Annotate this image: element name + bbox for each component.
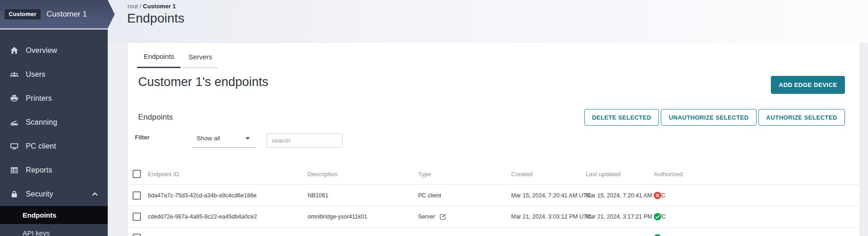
add-edge-device-button[interactable]: ADD EDGE DEVICE <box>771 76 845 94</box>
sidebar-item-endpoints[interactable]: Endpoints <box>0 206 108 224</box>
tab-bar: Endpoints Servers <box>137 43 218 68</box>
row-checkbox[interactable] <box>133 234 141 236</box>
customer-banner: Customer Customer 1 <box>0 0 115 29</box>
sidebar-item-api-keys[interactable]: API keys <box>0 224 108 236</box>
row-checkbox[interactable] <box>133 191 141 200</box>
caret-down-icon <box>245 137 250 140</box>
sidebar-item-label: Overview <box>26 46 57 55</box>
sidebar-item-label: Scanning <box>26 118 57 127</box>
type-cell: PC client <box>418 185 441 206</box>
type-cell: Server <box>418 206 447 227</box>
type-text: Server <box>418 213 435 220</box>
created-cell: Mar 21, 2024, 3:03:12 PM UTC <box>511 206 591 227</box>
unauthorize-selected-button[interactable]: UNAUTHORIZE SELECTED <box>661 109 757 126</box>
sidebar-item-label: Security <box>26 190 53 198</box>
filter-dropdown[interactable]: Show all <box>192 129 256 148</box>
reports-icon <box>10 166 19 175</box>
breadcrumb-root[interactable]: root <box>128 3 138 10</box>
users-icon <box>10 70 19 79</box>
column-header-type: Type <box>418 163 431 184</box>
unauthorized-icon <box>654 192 661 199</box>
authorize-selected-button[interactable]: AUTHORIZE SELECTED <box>758 109 845 126</box>
search-input[interactable] <box>267 133 343 148</box>
home-icon <box>10 46 19 55</box>
monitor-icon <box>10 142 19 151</box>
scanner-icon <box>10 118 19 127</box>
sidebar: Overview Users Printers <box>0 0 108 236</box>
sidebar-item-pc-client[interactable]: PC client <box>0 134 108 158</box>
printer-icon <box>10 94 19 103</box>
screen: root / Customer 1 Endpoints Overview Use… <box>0 0 868 236</box>
sidebar-item-reports[interactable]: Reports <box>0 158 108 182</box>
tab-endpoints[interactable]: Endpoints <box>137 43 181 68</box>
select-all-checkbox[interactable] <box>133 170 141 178</box>
sidebar-item-scanning[interactable]: Scanning <box>0 110 108 134</box>
description-cell: NB1061 <box>308 185 328 206</box>
sidebar-item-overview[interactable]: Overview <box>0 39 108 63</box>
column-header-last-updated: Last updated <box>586 163 620 184</box>
created-cell: Mar 15, 2024, 7:20:41 AM UTC <box>511 185 591 206</box>
sidebar-subitem-label: Endpoints <box>23 211 56 219</box>
filter-dropdown-value: Show all <box>197 135 220 142</box>
content-card: Endpoints Servers Customer 1's endpoints… <box>128 43 860 236</box>
section-title: Endpoints <box>138 113 173 122</box>
authorized-icon <box>654 234 661 236</box>
tab-servers[interactable]: Servers <box>183 43 218 68</box>
description-cell: omnibridge-ysor411k01 <box>308 206 367 227</box>
sidebar-item-security[interactable]: Security <box>0 182 108 206</box>
column-header-authorized: Authorized <box>654 163 682 184</box>
row-checkbox[interactable] <box>133 213 141 221</box>
banner-separator <box>0 29 109 29</box>
endpoint-id-cell: bda47a7c-75d3-42cd-a34b-a9c4cd6e186e <box>148 185 256 206</box>
customer-name: Customer 1 <box>47 10 87 19</box>
sidebar-item-label: Reports <box>26 166 52 174</box>
sidebar-item-label: PC client <box>26 142 56 150</box>
table-row: cdedd72e-987a-4a85-8c22-ea45db4a0ce2 omn… <box>128 206 860 228</box>
authorized-icon <box>654 213 661 220</box>
sidebar-nav: Overview Users Printers <box>0 39 108 236</box>
breadcrumb-current: Customer 1 <box>143 3 176 10</box>
lock-icon <box>10 190 19 199</box>
sidebar-item-printers[interactable]: Printers <box>0 86 108 110</box>
column-header-created: Created <box>511 163 532 184</box>
column-header-endpoint-id: Endpoint ID <box>148 163 179 184</box>
page-title: Endpoints <box>127 11 185 26</box>
table-row: bda47a7c-75d3-42cd-a34b-a9c4cd6e186e NB1… <box>128 185 860 206</box>
table-header-row: Endpoint ID Description Type Created Las… <box>128 163 860 185</box>
edit-icon <box>439 213 447 220</box>
tab-label: Endpoints <box>144 52 175 60</box>
chevron-up-icon <box>91 190 99 198</box>
filter-label: Filter <box>135 134 150 141</box>
sidebar-item-label: Users <box>26 70 46 79</box>
card-heading: Customer 1's endpoints <box>138 75 268 89</box>
sidebar-item-users[interactable]: Users <box>0 63 108 86</box>
delete-selected-button[interactable]: DELETE SELECTED <box>584 109 659 126</box>
endpoint-id-cell: cdedd72e-987a-4a85-8c22-ea45db4a0ce2 <box>148 206 257 227</box>
column-header-description: Description <box>308 163 338 184</box>
breadcrumb: root / Customer 1 <box>128 3 176 10</box>
edit-type-button[interactable] <box>439 213 447 220</box>
sidebar-subitem-label: API keys <box>23 229 50 236</box>
tab-label: Servers <box>188 53 212 61</box>
customer-badge: Customer <box>5 9 41 19</box>
bulk-actions: DELETE SELECTED UNAUTHORIZE SELECTED AUT… <box>584 109 845 126</box>
table-row-partial <box>128 228 860 236</box>
sidebar-item-label: Printers <box>26 94 52 103</box>
